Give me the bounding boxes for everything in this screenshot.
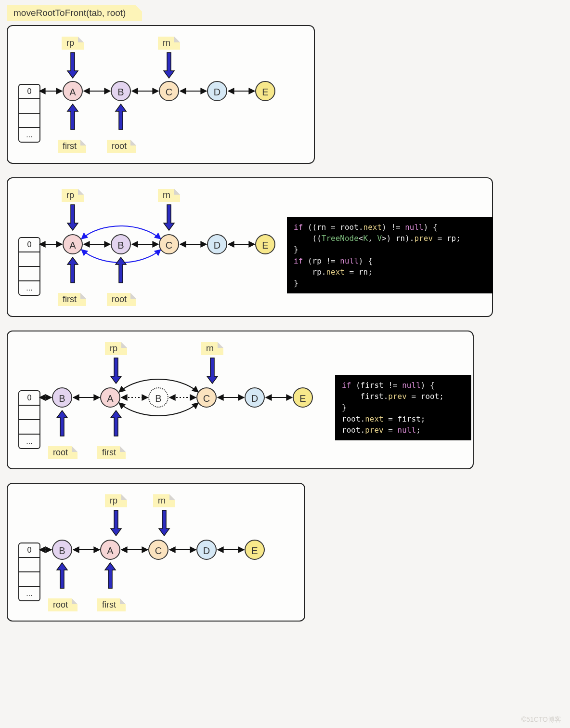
node-a: A — [100, 540, 120, 560]
panel-step-4: 0 ... B A C D E rp r — [7, 483, 305, 622]
label-first: first — [58, 293, 86, 306]
node-b: B — [52, 540, 72, 560]
code-block: if (first != null) { first.prev = root; … — [335, 375, 471, 440]
node-b: B — [111, 234, 131, 254]
label-first: first — [58, 140, 86, 153]
label-rp: rp — [62, 37, 84, 50]
panel-step-3: 0 ... B — [7, 331, 474, 469]
node-d: D — [207, 81, 227, 101]
node-d: D — [245, 387, 265, 408]
label-first: first — [97, 446, 126, 459]
label-rp: rp — [62, 189, 84, 202]
label-root: root — [48, 446, 78, 459]
node-b: B — [111, 81, 131, 101]
label-rp: rp — [105, 494, 127, 507]
node-a: A — [100, 387, 120, 408]
node-b-ghost: B — [148, 387, 168, 408]
node-d: D — [207, 234, 227, 254]
panel-step-2: 0 ... — [7, 177, 493, 317]
node-e: E — [255, 234, 275, 254]
node-c: C — [148, 540, 168, 560]
label-root: root — [107, 293, 136, 306]
node-e: E — [255, 81, 275, 101]
node-c: C — [196, 387, 217, 408]
node-e: E — [245, 540, 265, 560]
label-root: root — [48, 598, 78, 611]
code-block: if ((rn = root.next) != null) { ((TreeNo… — [287, 217, 493, 293]
label-root: root — [107, 140, 136, 153]
node-a: A — [63, 81, 83, 101]
panel-step-1: 0 ... A B C D E r — [7, 25, 315, 164]
node-a: A — [63, 234, 83, 254]
node-c: C — [159, 81, 179, 101]
node-d: D — [196, 540, 217, 560]
node-b: B — [52, 387, 72, 408]
title-tag: moveRootToFront(tab, root) — [7, 5, 142, 21]
node-e: E — [293, 387, 313, 408]
label-rn: rn — [201, 342, 223, 355]
label-first: first — [97, 598, 126, 611]
label-rn: rn — [158, 189, 180, 202]
label-rp: rp — [105, 342, 127, 355]
label-rn: rn — [158, 37, 180, 50]
node-c: C — [159, 234, 179, 254]
label-rn: rn — [153, 494, 175, 507]
